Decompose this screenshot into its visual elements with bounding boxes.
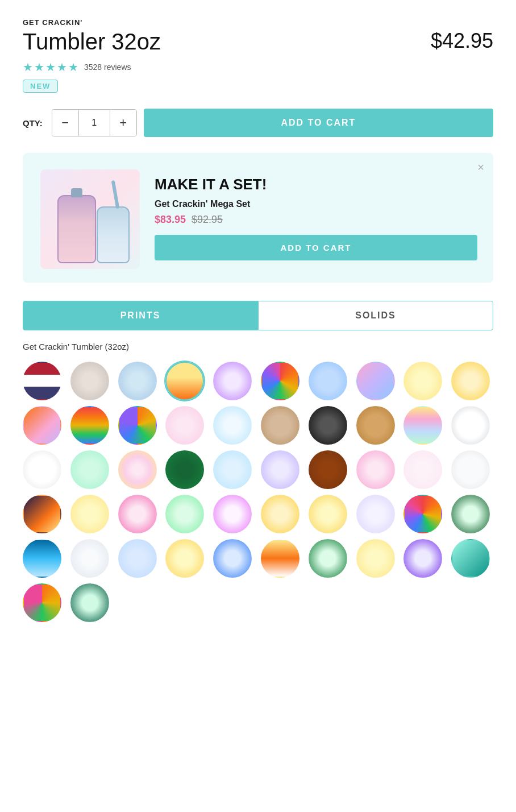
product-title: Tumbler 32oz	[23, 29, 161, 55]
color-swatch-sunflower[interactable]	[309, 495, 347, 533]
qty-label: QTY:	[23, 118, 43, 128]
color-swatch-tropical[interactable]	[70, 450, 109, 489]
color-swatch-label[interactable]	[70, 539, 109, 578]
color-swatch-flamingo[interactable]	[165, 406, 204, 445]
product-subtitle: GET CRACKIN'	[23, 18, 493, 27]
color-swatch-blue-flowers[interactable]	[213, 539, 252, 578]
color-swatch-floral2[interactable]	[165, 539, 204, 578]
product-header: Tumbler 32oz $42.95	[23, 29, 493, 55]
quantity-cart-row: QTY: − 1 + ADD TO CART	[23, 109, 493, 137]
quantity-value: 1	[78, 110, 110, 136]
quantity-increase-button[interactable]: +	[110, 110, 136, 136]
color-swatch-cow[interactable]	[451, 406, 490, 445]
new-badge: NEW	[23, 80, 58, 93]
color-swatch-pink-pastel[interactable]	[403, 450, 442, 489]
color-swatch-yellow-dots[interactable]	[356, 539, 395, 578]
color-swatch-brown[interactable]	[309, 450, 347, 489]
set-product-image	[39, 167, 141, 269]
color-swatch-grid	[23, 362, 493, 622]
print-tabs: PRINTS SOLIDS	[23, 301, 493, 330]
color-swatch-blue-white[interactable]	[118, 539, 157, 578]
color-swatch-colorful2[interactable]	[403, 495, 442, 533]
color-swatch-blue-cloud[interactable]	[309, 362, 347, 400]
color-swatch-lavender[interactable]	[356, 495, 395, 533]
set-info: MAKE IT A SET! Get Crackin' Mega Set $83…	[155, 176, 477, 260]
color-swatch-colorful3[interactable]	[23, 583, 61, 622]
set-add-to-cart-button[interactable]: ADD TO CART	[155, 235, 477, 260]
prints-tab[interactable]: PRINTS	[23, 301, 258, 330]
quantity-decrease-button[interactable]: −	[52, 110, 78, 136]
color-swatch-sunrise[interactable]	[261, 539, 299, 578]
color-swatch-smiley[interactable]	[70, 495, 109, 533]
color-swatch-dogs[interactable]	[451, 362, 490, 400]
straw-icon	[111, 180, 119, 209]
color-swatch-items[interactable]	[261, 450, 299, 489]
color-swatch-flag[interactable]	[23, 362, 61, 400]
color-swatch-hand-drawn[interactable]	[165, 495, 204, 533]
tumbler-lid-icon	[71, 188, 82, 197]
solids-tab[interactable]: SOLIDS	[258, 301, 493, 330]
color-swatch-ocean[interactable]	[23, 539, 61, 578]
tumbler-large-icon	[57, 195, 96, 263]
color-swatch-rainbow[interactable]	[356, 362, 395, 400]
product-price: $42.95	[431, 29, 493, 53]
color-swatch-mosaic[interactable]	[118, 406, 157, 445]
add-to-cart-button[interactable]: ADD TO CART	[144, 109, 493, 137]
color-swatch-jungle[interactable]	[165, 450, 204, 489]
color-swatch-butterfly[interactable]	[213, 362, 252, 400]
color-swatch-pink-flowers[interactable]	[118, 495, 157, 533]
set-price-row: $83.95 $92.95	[155, 214, 477, 226]
color-swatch-serape[interactable]	[70, 406, 109, 445]
color-swatch-purple-blue[interactable]	[403, 539, 442, 578]
color-swatch-pastel-stripe[interactable]	[403, 406, 442, 445]
color-swatch-black[interactable]	[309, 406, 347, 445]
set-sale-price: $83.95	[155, 214, 186, 226]
set-title: MAKE IT A SET!	[155, 176, 477, 193]
color-swatch-cow2[interactable]	[451, 450, 490, 489]
color-swatch-confetti[interactable]	[403, 362, 442, 400]
reviews-count[interactable]: 3528 reviews	[84, 63, 131, 72]
color-swatch-pink-floral[interactable]	[356, 450, 395, 489]
color-swatch-unicorn[interactable]	[213, 495, 252, 533]
color-swatch-sunset2[interactable]	[23, 495, 61, 533]
current-selection: Get Crackin' Tumbler (32oz)	[23, 342, 493, 351]
color-swatch-robot[interactable]	[70, 362, 109, 400]
close-set-button[interactable]: ×	[477, 161, 484, 174]
color-swatch-cactus[interactable]	[165, 362, 204, 400]
color-swatch-green-cactus[interactable]	[309, 539, 347, 578]
color-swatch-baseball[interactable]	[23, 450, 61, 489]
color-swatch-colorful[interactable]	[261, 362, 299, 400]
color-swatch-leopard[interactable]	[356, 406, 395, 445]
color-swatch-sunset[interactable]	[23, 406, 61, 445]
color-swatch-arrows[interactable]	[70, 583, 109, 622]
make-it-set-box: × MAKE IT A SET! Get Crackin' Mega Set $…	[23, 153, 493, 283]
color-swatch-blue-clouds[interactable]	[213, 450, 252, 489]
color-swatch-kitchen[interactable]	[261, 495, 299, 533]
color-swatch-bright-floral[interactable]	[118, 450, 157, 489]
color-swatch-blue-floral[interactable]	[118, 362, 157, 400]
star-rating[interactable]: ★★★★★	[23, 60, 80, 74]
set-product-name: Get Crackin' Mega Set	[155, 199, 477, 209]
color-swatch-green2[interactable]	[451, 495, 490, 533]
reviews-row: ★★★★★ 3528 reviews	[23, 60, 493, 74]
quantity-stepper: − 1 +	[52, 109, 137, 136]
color-swatch-tan[interactable]	[261, 406, 299, 445]
color-swatch-bottles[interactable]	[213, 406, 252, 445]
tumbler-small-icon	[97, 206, 130, 263]
color-swatch-teal[interactable]	[451, 539, 490, 578]
set-original-price: $92.95	[192, 214, 223, 226]
